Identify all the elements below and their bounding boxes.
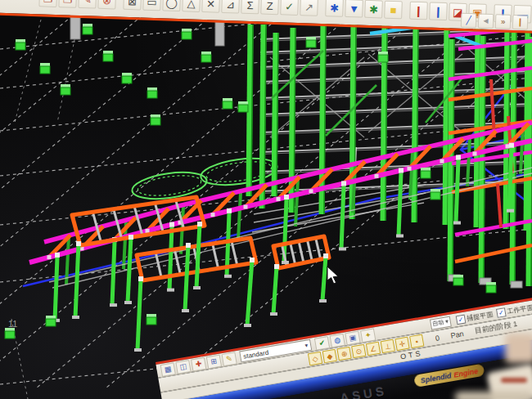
pan-mode-indicator[interactable]: Pan bbox=[450, 330, 464, 340]
status-zero: 0 bbox=[435, 334, 440, 343]
toolbar-icon[interactable]: Z bbox=[260, 0, 279, 15]
toolbar-icon[interactable]: » bbox=[495, 14, 512, 29]
toolbar-icon[interactable]: ╱ bbox=[461, 13, 477, 29]
snap-plane-label: 捕捉平面 bbox=[466, 309, 493, 322]
toolbar-icon[interactable]: ▪ bbox=[409, 334, 424, 348]
toolbar-separator bbox=[403, 4, 409, 19]
toolbar-icon[interactable]: ▦ bbox=[160, 362, 176, 377]
toolbar-icon[interactable]: ▣ bbox=[345, 330, 360, 345]
toolbar-icon[interactable]: ◆ bbox=[322, 349, 337, 363]
desk-photo: 37511 ❒❒✎⊗⊠▭◯△✕⊿ΣZ✓↗✱▼✱■❙❙◪▣❙▬⚑╱◄»❚ ╱◄»❙… bbox=[0, 0, 532, 399]
toolbar-icon[interactable]: ❒ bbox=[38, 0, 57, 7]
toolbar-separator bbox=[318, 2, 325, 16]
toolbar-icon[interactable]: ⊥ bbox=[381, 339, 395, 353]
toolbar-icon[interactable]: ❙ bbox=[512, 15, 529, 30]
sticker-word-1: Splendid bbox=[420, 371, 452, 384]
grid-label: 11 bbox=[8, 319, 17, 329]
desk-item-red-mark bbox=[501, 378, 527, 383]
toolbar-icon[interactable]: ■ bbox=[384, 1, 403, 20]
toolbar-icon[interactable]: ❙ bbox=[429, 2, 448, 20]
toolbar-icon[interactable]: ∠ bbox=[366, 342, 381, 356]
snap-auto-combobox[interactable]: 自动 ▾ bbox=[429, 316, 451, 330]
toolbar-icon[interactable]: ⊠ bbox=[123, 0, 142, 11]
toolbar-icon[interactable]: ✦ bbox=[360, 328, 376, 343]
toolbar-icon[interactable]: Σ bbox=[241, 0, 259, 14]
toolbar-icon[interactable]: ↗ bbox=[300, 0, 318, 16]
work-plane-label: 工作平面 bbox=[507, 303, 532, 316]
toolbar-icon[interactable]: ◄ bbox=[478, 13, 494, 29]
toolbar-icon[interactable]: ⊿ bbox=[221, 0, 240, 14]
snap-auto-value: 自动 bbox=[432, 318, 444, 328]
toolbar-icon[interactable]: ◫ bbox=[175, 360, 191, 374]
toolbar-icon[interactable]: ❙ bbox=[409, 2, 428, 20]
toolbar-separator bbox=[116, 0, 123, 10]
snap-plane-checkbox[interactable]: ✓ bbox=[456, 314, 467, 325]
toolbar-icon[interactable]: △ bbox=[182, 0, 201, 12]
toolbar-icon[interactable]: ⊗ bbox=[97, 0, 116, 9]
toolbar-icon[interactable]: ▼ bbox=[345, 0, 363, 18]
toolbar-icon[interactable]: ✓ bbox=[280, 0, 299, 16]
desk-item bbox=[505, 334, 532, 363]
toolbar-icon[interactable]: ❒ bbox=[58, 0, 77, 8]
toolbar-icon[interactable]: ✱ bbox=[325, 0, 344, 17]
toolbar-icon[interactable]: ⊙ bbox=[351, 344, 366, 358]
toolbar-icon[interactable]: ⊞ bbox=[206, 354, 222, 369]
mouse-cursor bbox=[327, 267, 338, 284]
toolbar-icon[interactable]: ✚ bbox=[191, 356, 206, 371]
toolbar-icon[interactable]: ◍ bbox=[330, 333, 345, 347]
sticker-word-2: Engine bbox=[453, 366, 478, 379]
toolbar-icon[interactable]: ✎ bbox=[78, 0, 97, 9]
desk-edge bbox=[455, 392, 532, 399]
toolbar-icon[interactable]: ▭ bbox=[142, 0, 161, 11]
toolbar-icon[interactable]: ✛ bbox=[394, 337, 409, 351]
toolbar-mini-row: ╱◄»❙ bbox=[460, 13, 530, 30]
monitor-brand-logo: ASUS bbox=[339, 383, 388, 399]
toolbar-icon[interactable]: ✱ bbox=[364, 0, 383, 18]
chevron-down-icon: ▾ bbox=[445, 318, 449, 325]
toolbar-icon[interactable]: ◇ bbox=[308, 352, 322, 365]
work-plane-checkbox[interactable]: ✓ bbox=[496, 307, 507, 318]
toolbar-icon[interactable]: ✎ bbox=[221, 352, 237, 366]
selection-filter-value: standard bbox=[243, 348, 269, 360]
toolbar-icon[interactable]: ◯ bbox=[162, 0, 181, 11]
chevron-down-icon: ▾ bbox=[304, 342, 309, 348]
toolbar-icon[interactable]: ✔ bbox=[314, 336, 330, 351]
toolbar-icon[interactable]: ⊕ bbox=[336, 347, 351, 361]
toolbar-icon[interactable]: ✕ bbox=[201, 0, 220, 13]
